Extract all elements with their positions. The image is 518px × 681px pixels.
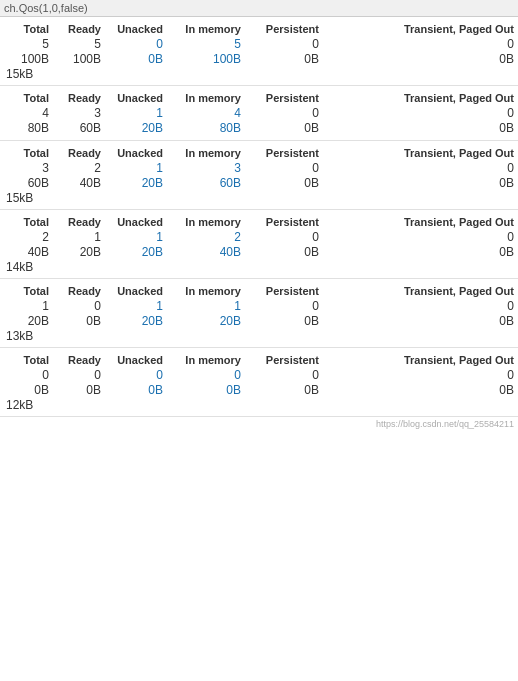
byte-inmemory-3: 40B: [163, 245, 241, 259]
count-ready-2: 2: [49, 161, 101, 175]
count-ready-4: 0: [49, 299, 101, 313]
col-header-transient: Transient, Paged Out: [319, 285, 514, 297]
col-header-total: Total: [4, 92, 49, 104]
bytes-row-0: 100B100B0B100B0B0B: [4, 52, 514, 66]
col-header-persistent: Persistent: [241, 147, 319, 159]
col-header-inmemory: In memory: [163, 147, 241, 159]
count-unacked-5: 0: [101, 368, 163, 382]
col-header-transient: Transient, Paged Out: [319, 23, 514, 35]
byte-inmemory-2: 60B: [163, 176, 241, 190]
count-transient-1: 0: [319, 106, 514, 120]
size-row-3: 14kB: [4, 260, 514, 274]
count-ready-3: 1: [49, 230, 101, 244]
col-header-inmemory: In memory: [163, 216, 241, 228]
col-headers-2: TotalReadyUnackedIn memoryPersistentTran…: [4, 147, 514, 159]
counts-row-5: 000000: [4, 368, 514, 382]
count-unacked-0: 0: [101, 37, 163, 51]
count-transient-3: 0: [319, 230, 514, 244]
byte-persistent-0: 0B: [241, 52, 319, 66]
col-header-ready: Ready: [49, 92, 101, 104]
count-unacked-1: 1: [101, 106, 163, 120]
header-row: ch.Qos(1,0,false): [0, 0, 518, 17]
col-header-ready: Ready: [49, 147, 101, 159]
byte-persistent-5: 0B: [241, 383, 319, 397]
count-unacked-4: 1: [101, 299, 163, 313]
col-header-unacked: Unacked: [101, 147, 163, 159]
byte-total-4: 20B: [4, 314, 49, 328]
byte-unacked-3: 20B: [101, 245, 163, 259]
col-headers-5: TotalReadyUnackedIn memoryPersistentTran…: [4, 354, 514, 366]
count-total-4: 1: [4, 299, 49, 313]
byte-ready-5: 0B: [49, 383, 101, 397]
byte-unacked-5: 0B: [101, 383, 163, 397]
col-header-inmemory: In memory: [163, 354, 241, 366]
section-2: TotalReadyUnackedIn memoryPersistentTran…: [0, 141, 518, 210]
count-inmemory-3: 2: [163, 230, 241, 244]
col-header-unacked: Unacked: [101, 354, 163, 366]
col-header-ready: Ready: [49, 354, 101, 366]
col-header-total: Total: [4, 285, 49, 297]
col-header-persistent: Persistent: [241, 354, 319, 366]
count-transient-5: 0: [319, 368, 514, 382]
col-header-transient: Transient, Paged Out: [319, 147, 514, 159]
col-header-unacked: Unacked: [101, 23, 163, 35]
byte-inmemory-4: 20B: [163, 314, 241, 328]
count-persistent-0: 0: [241, 37, 319, 51]
count-persistent-3: 0: [241, 230, 319, 244]
byte-ready-1: 60B: [49, 121, 101, 135]
section-1: TotalReadyUnackedIn memoryPersistentTran…: [0, 86, 518, 141]
count-inmemory-1: 4: [163, 106, 241, 120]
byte-transient-4: 0B: [319, 314, 514, 328]
col-header-total: Total: [4, 354, 49, 366]
byte-transient-3: 0B: [319, 245, 514, 259]
byte-unacked-2: 20B: [101, 176, 163, 190]
count-total-2: 3: [4, 161, 49, 175]
size-row-4: 13kB: [4, 329, 514, 343]
watermark: https://blog.csdn.net/qq_25584211: [0, 417, 518, 431]
col-header-total: Total: [4, 23, 49, 35]
size-row-0: 15kB: [4, 67, 514, 81]
counts-row-2: 321300: [4, 161, 514, 175]
section-0: TotalReadyUnackedIn memoryPersistentTran…: [0, 17, 518, 86]
byte-transient-0: 0B: [319, 52, 514, 66]
bytes-row-2: 60B40B20B60B0B0B: [4, 176, 514, 190]
byte-persistent-3: 0B: [241, 245, 319, 259]
counts-row-0: 550500: [4, 37, 514, 51]
count-inmemory-0: 5: [163, 37, 241, 51]
section-3: TotalReadyUnackedIn memoryPersistentTran…: [0, 210, 518, 279]
counts-row-1: 431400: [4, 106, 514, 120]
col-headers-3: TotalReadyUnackedIn memoryPersistentTran…: [4, 216, 514, 228]
bytes-row-1: 80B60B20B80B0B0B: [4, 121, 514, 135]
size-row-2: 15kB: [4, 191, 514, 205]
bytes-row-3: 40B20B20B40B0B0B: [4, 245, 514, 259]
count-persistent-5: 0: [241, 368, 319, 382]
count-total-3: 2: [4, 230, 49, 244]
count-transient-0: 0: [319, 37, 514, 51]
count-inmemory-4: 1: [163, 299, 241, 313]
byte-total-1: 80B: [4, 121, 49, 135]
byte-persistent-2: 0B: [241, 176, 319, 190]
col-header-persistent: Persistent: [241, 92, 319, 104]
col-header-transient: Transient, Paged Out: [319, 216, 514, 228]
col-header-persistent: Persistent: [241, 285, 319, 297]
byte-inmemory-5: 0B: [163, 383, 241, 397]
count-ready-5: 0: [49, 368, 101, 382]
col-header-transient: Transient, Paged Out: [319, 354, 514, 366]
col-header-total: Total: [4, 216, 49, 228]
byte-transient-2: 0B: [319, 176, 514, 190]
section-5: TotalReadyUnackedIn memoryPersistentTran…: [0, 348, 518, 417]
col-header-ready: Ready: [49, 216, 101, 228]
col-header-inmemory: In memory: [163, 23, 241, 35]
byte-transient-5: 0B: [319, 383, 514, 397]
byte-ready-2: 40B: [49, 176, 101, 190]
col-header-inmemory: In memory: [163, 92, 241, 104]
section-4: TotalReadyUnackedIn memoryPersistentTran…: [0, 279, 518, 348]
header-title: ch.Qos(1,0,false): [4, 2, 88, 14]
col-header-inmemory: In memory: [163, 285, 241, 297]
count-total-1: 4: [4, 106, 49, 120]
col-header-unacked: Unacked: [101, 216, 163, 228]
col-header-ready: Ready: [49, 285, 101, 297]
count-unacked-3: 1: [101, 230, 163, 244]
byte-unacked-1: 20B: [101, 121, 163, 135]
col-headers-1: TotalReadyUnackedIn memoryPersistentTran…: [4, 92, 514, 104]
